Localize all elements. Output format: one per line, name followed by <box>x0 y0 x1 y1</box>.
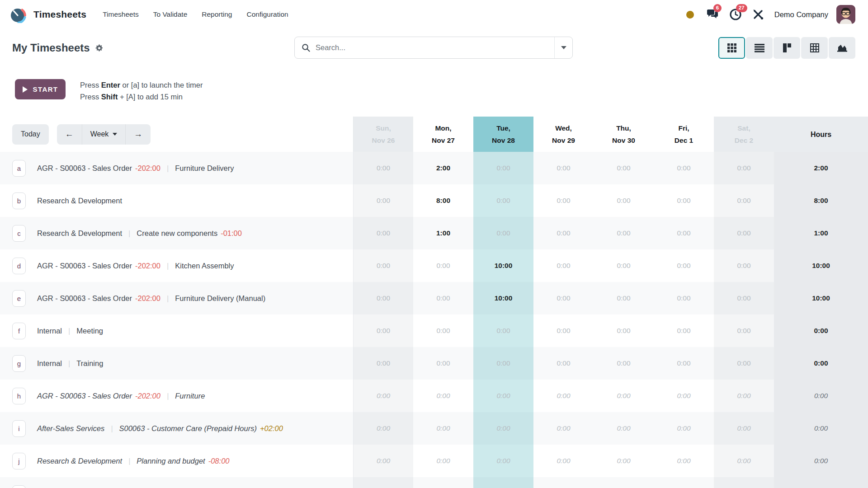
project-link[interactable]: Internal <box>37 359 62 367</box>
timesheet-cell-e-4[interactable]: 0:00 <box>533 282 594 314</box>
timesheet-cell-f-7[interactable]: 0:00 <box>714 314 774 347</box>
timesheet-cell-i-3[interactable]: 0:00 <box>473 412 533 445</box>
timesheet-cell-h-7[interactable]: 0:00 <box>714 380 774 412</box>
timesheet-cell-c-7[interactable]: 0:00 <box>714 217 774 249</box>
timesheet-cell-b-7[interactable]: 0:00 <box>714 184 774 217</box>
timesheet-cell-d-6[interactable]: 0:00 <box>654 249 714 282</box>
timesheet-cell-i-5[interactable]: 0:00 <box>594 412 654 445</box>
timesheet-cell-b-2[interactable]: 8:00 <box>413 184 473 217</box>
timesheet-cell-d-2[interactable]: 0:00 <box>413 249 473 282</box>
view-switch-graph[interactable] <box>829 37 855 59</box>
messages-button[interactable]: 6 <box>705 6 721 23</box>
task-link[interactable]: Kitchen Assembly <box>175 262 234 270</box>
timesheet-cell-c-6[interactable]: 0:00 <box>654 217 714 249</box>
project-link[interactable]: Research & Development <box>37 457 122 465</box>
timesheet-cell-h-1[interactable]: 0:00 <box>353 380 413 412</box>
timesheet-cell-k-2[interactable]: 0:00 <box>413 477 473 488</box>
menu-to-validate[interactable]: To Validate <box>146 7 195 22</box>
timesheet-cell-c-5[interactable]: 0:00 <box>594 217 654 249</box>
app-brand[interactable]: Timesheets <box>9 6 86 23</box>
timesheet-cell-j-1[interactable]: 0:00 <box>353 445 413 477</box>
timesheet-cell-d-5[interactable]: 0:00 <box>594 249 654 282</box>
timesheet-cell-a-2[interactable]: 2:00 <box>413 152 473 184</box>
timesheet-cell-f-1[interactable]: 0:00 <box>353 314 413 347</box>
timesheet-cell-e-5[interactable]: 0:00 <box>594 282 654 314</box>
timesheet-cell-b-4[interactable]: 0:00 <box>533 184 594 217</box>
timesheet-cell-j-4[interactable]: 0:00 <box>533 445 594 477</box>
timesheet-cell-d-4[interactable]: 0:00 <box>533 249 594 282</box>
task-link[interactable]: Create new components <box>137 229 217 237</box>
timesheet-cell-g-2[interactable]: 0:00 <box>413 347 473 380</box>
project-link[interactable]: AGR - S00063 - Sales Order <box>37 262 132 270</box>
timesheet-cell-k-6[interactable]: 0:00 <box>654 477 714 488</box>
today-button[interactable]: Today <box>12 124 49 145</box>
timesheet-cell-g-1[interactable]: 0:00 <box>353 347 413 380</box>
user-avatar[interactable] <box>836 5 855 24</box>
timesheet-cell-e-3[interactable]: 10:00 <box>473 282 533 314</box>
timesheet-cell-h-6[interactable]: 0:00 <box>654 380 714 412</box>
task-link[interactable]: S00063 - Customer Care (Prepaid Hours) <box>119 424 256 432</box>
project-link[interactable]: Research & Development <box>37 197 122 205</box>
timesheet-cell-j-5[interactable]: 0:00 <box>594 445 654 477</box>
timesheet-cell-k-1[interactable]: 0:00 <box>353 477 413 488</box>
menu-timesheets[interactable]: Timesheets <box>95 7 146 22</box>
timesheet-cell-h-2[interactable]: 0:00 <box>413 380 473 412</box>
timesheet-cell-b-3[interactable]: 0:00 <box>473 184 533 217</box>
timesheet-cell-g-7[interactable]: 0:00 <box>714 347 774 380</box>
previous-range-button[interactable]: ← <box>57 124 82 145</box>
timesheet-cell-j-3[interactable]: 0:00 <box>473 445 533 477</box>
timesheet-cell-a-1[interactable]: 0:00 <box>353 152 413 184</box>
timesheet-cell-e-7[interactable]: 0:00 <box>714 282 774 314</box>
activity-status-dot[interactable] <box>682 6 698 23</box>
project-link[interactable]: Research & Development <box>37 229 122 237</box>
timesheet-cell-a-5[interactable]: 0:00 <box>594 152 654 184</box>
timesheet-cell-a-4[interactable]: 0:00 <box>533 152 594 184</box>
task-link[interactable]: Training <box>76 359 103 367</box>
timesheet-cell-h-4[interactable]: 0:00 <box>533 380 594 412</box>
timesheet-cell-g-6[interactable]: 0:00 <box>654 347 714 380</box>
timesheet-cell-i-6[interactable]: 0:00 <box>654 412 714 445</box>
timesheet-cell-k-5[interactable]: 0:00 <box>594 477 654 488</box>
timesheet-cell-h-5[interactable]: 0:00 <box>594 380 654 412</box>
timesheet-cell-a-3[interactable]: 0:00 <box>473 152 533 184</box>
timesheet-cell-d-3[interactable]: 10:00 <box>473 249 533 282</box>
timesheet-cell-f-6[interactable]: 0:00 <box>654 314 714 347</box>
view-switch-kanban[interactable] <box>774 37 800 59</box>
timesheet-cell-c-3[interactable]: 0:00 <box>473 217 533 249</box>
timesheet-cell-a-6[interactable]: 0:00 <box>654 152 714 184</box>
view-switch-pivot[interactable] <box>801 37 828 59</box>
timesheet-cell-h-3[interactable]: 0:00 <box>473 380 533 412</box>
timesheet-cell-g-3[interactable]: 0:00 <box>473 347 533 380</box>
timesheet-cell-j-2[interactable]: 0:00 <box>413 445 473 477</box>
project-link[interactable]: AGR - S00063 - Sales Order <box>37 392 132 400</box>
timesheet-cell-c-1[interactable]: 0:00 <box>353 217 413 249</box>
menu-reporting[interactable]: Reporting <box>194 7 239 22</box>
timesheet-cell-d-1[interactable]: 0:00 <box>353 249 413 282</box>
project-link[interactable]: Internal <box>37 327 62 335</box>
timesheet-cell-f-2[interactable]: 0:00 <box>413 314 473 347</box>
timesheet-cell-c-4[interactable]: 0:00 <box>533 217 594 249</box>
project-link[interactable]: AGR - S00063 - Sales Order <box>37 294 132 302</box>
timesheet-cell-b-6[interactable]: 0:00 <box>654 184 714 217</box>
company-switcher[interactable]: Demo Company <box>774 10 828 19</box>
tools-button[interactable] <box>750 6 766 23</box>
timesheet-cell-g-4[interactable]: 0:00 <box>533 347 594 380</box>
timesheet-cell-i-7[interactable]: 0:00 <box>714 412 774 445</box>
task-link[interactable]: Planning and budget <box>137 457 205 465</box>
search-dropdown-toggle[interactable] <box>554 37 572 58</box>
task-link[interactable]: Meeting <box>76 327 103 335</box>
timesheet-cell-i-1[interactable]: 0:00 <box>353 412 413 445</box>
timesheet-cell-b-5[interactable]: 0:00 <box>594 184 654 217</box>
range-dropdown[interactable]: Week <box>82 124 126 145</box>
activities-button[interactable]: 27 <box>727 6 744 23</box>
next-range-button[interactable]: → <box>125 124 151 145</box>
timesheet-cell-k-7[interactable]: 0:00 <box>714 477 774 488</box>
project-link[interactable]: After-Sales Services <box>37 424 104 432</box>
timesheet-cell-f-3[interactable]: 0:00 <box>473 314 533 347</box>
timesheet-cell-c-2[interactable]: 1:00 <box>413 217 473 249</box>
timesheet-cell-f-4[interactable]: 0:00 <box>533 314 594 347</box>
project-link[interactable]: AGR - S00063 - Sales Order <box>37 164 132 172</box>
timesheet-cell-d-7[interactable]: 0:00 <box>714 249 774 282</box>
task-link[interactable]: Furniture <box>175 392 205 400</box>
task-link[interactable]: Furniture Delivery <box>175 164 234 172</box>
